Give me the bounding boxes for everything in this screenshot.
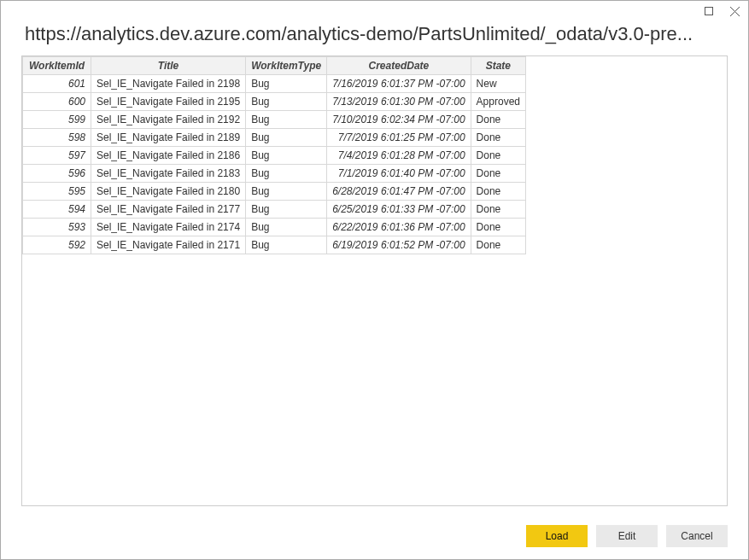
cell-workitemid: 600 — [23, 93, 91, 111]
cell-workitemtype: Bug — [246, 111, 327, 129]
table-row[interactable]: 594Sel_IE_Navigate Failed in 2177Bug6/25… — [23, 201, 526, 219]
cell-workitemid: 596 — [23, 165, 91, 183]
cell-workitemid: 598 — [23, 129, 91, 147]
cell-state: Done — [471, 111, 525, 129]
titlebar — [1, 1, 748, 21]
cell-state: New — [471, 75, 525, 93]
cell-workitemtype: Bug — [246, 129, 327, 147]
cell-createddate: 6/28/2019 6:01:47 PM -07:00 — [327, 183, 471, 201]
close-icon[interactable] — [729, 6, 740, 16]
cell-workitemid: 594 — [23, 201, 91, 219]
col-header-workitemtype[interactable]: WorkItemType — [246, 57, 327, 75]
cell-state: Done — [471, 129, 525, 147]
cell-title: Sel_IE_Navigate Failed in 2195 — [91, 93, 246, 111]
cell-title: Sel_IE_Navigate Failed in 2177 — [91, 201, 246, 219]
cell-title: Sel_IE_Navigate Failed in 2189 — [91, 129, 246, 147]
table-row[interactable]: 597Sel_IE_Navigate Failed in 2186Bug7/4/… — [23, 147, 526, 165]
table-row[interactable]: 593Sel_IE_Navigate Failed in 2174Bug6/22… — [23, 219, 526, 236]
cell-createddate: 6/19/2019 6:01:52 PM -07:00 — [327, 236, 471, 254]
cell-state: Done — [471, 219, 525, 236]
preview-frame: WorkItemId Title WorkItemType CreatedDat… — [21, 55, 728, 506]
cell-workitemid: 595 — [23, 183, 91, 201]
cell-title: Sel_IE_Navigate Failed in 2183 — [91, 165, 246, 183]
cell-title: Sel_IE_Navigate Failed in 2198 — [91, 75, 246, 93]
table-row[interactable]: 595Sel_IE_Navigate Failed in 2180Bug6/28… — [23, 183, 526, 201]
cell-workitemid: 597 — [23, 147, 91, 165]
cell-state: Done — [471, 236, 525, 254]
col-header-createddate[interactable]: CreatedDate — [327, 57, 471, 75]
table-row[interactable]: 598Sel_IE_Navigate Failed in 2189Bug7/7/… — [23, 129, 526, 147]
cell-workitemtype: Bug — [246, 93, 327, 111]
cell-createddate: 6/25/2019 6:01:33 PM -07:00 — [327, 201, 471, 219]
table-row[interactable]: 599Sel_IE_Navigate Failed in 2192Bug7/10… — [23, 111, 526, 129]
load-button[interactable]: Load — [526, 525, 588, 547]
data-table: WorkItemId Title WorkItemType CreatedDat… — [22, 56, 526, 254]
cell-workitemtype: Bug — [246, 219, 327, 236]
cell-title: Sel_IE_Navigate Failed in 2174 — [91, 219, 246, 236]
cell-title: Sel_IE_Navigate Failed in 2192 — [91, 111, 246, 129]
cell-state: Done — [471, 165, 525, 183]
svg-rect-0 — [705, 8, 713, 15]
cell-title: Sel_IE_Navigate Failed in 2180 — [91, 183, 246, 201]
cell-workitemtype: Bug — [246, 201, 327, 219]
table-row[interactable]: 600Sel_IE_Navigate Failed in 2195Bug7/13… — [23, 93, 526, 111]
cell-state: Done — [471, 183, 525, 201]
cell-workitemtype: Bug — [246, 183, 327, 201]
cell-createddate: 7/16/2019 6:01:37 PM -07:00 — [327, 75, 471, 93]
cell-createddate: 7/1/2019 6:01:40 PM -07:00 — [327, 165, 471, 183]
cell-workitemtype: Bug — [246, 75, 327, 93]
cell-createddate: 7/13/2019 6:01:30 PM -07:00 — [327, 93, 471, 111]
cell-createddate: 7/10/2019 6:02:34 PM -07:00 — [327, 111, 471, 129]
maximize-icon[interactable] — [704, 6, 714, 16]
cell-title: Sel_IE_Navigate Failed in 2186 — [91, 147, 246, 165]
cell-workitemid: 592 — [23, 236, 91, 254]
cell-state: Approved — [471, 93, 525, 111]
cell-state: Done — [471, 201, 525, 219]
table-row[interactable]: 592Sel_IE_Navigate Failed in 2171Bug6/19… — [23, 236, 526, 254]
cell-workitemtype: Bug — [246, 165, 327, 183]
cell-createddate: 6/22/2019 6:01:36 PM -07:00 — [327, 219, 471, 236]
button-bar: Load Edit Cancel — [526, 525, 728, 547]
cell-createddate: 7/7/2019 6:01:25 PM -07:00 — [327, 129, 471, 147]
col-header-title[interactable]: Title — [91, 57, 246, 75]
cell-title: Sel_IE_Navigate Failed in 2171 — [91, 236, 246, 254]
cell-workitemtype: Bug — [246, 147, 327, 165]
table-row[interactable]: 601Sel_IE_Navigate Failed in 2198Bug7/16… — [23, 75, 526, 93]
cell-workitemid: 593 — [23, 219, 91, 236]
cell-workitemid: 601 — [23, 75, 91, 93]
col-header-state[interactable]: State — [471, 57, 525, 75]
cancel-button[interactable]: Cancel — [666, 525, 728, 547]
cell-state: Done — [471, 147, 525, 165]
cell-workitemtype: Bug — [246, 236, 327, 254]
table-row[interactable]: 596Sel_IE_Navigate Failed in 2183Bug7/1/… — [23, 165, 526, 183]
table-header-row: WorkItemId Title WorkItemType CreatedDat… — [23, 57, 526, 75]
edit-button[interactable]: Edit — [596, 525, 658, 547]
url-heading: https://analytics.dev.azure.com/analytic… — [1, 21, 748, 55]
table-body: 601Sel_IE_Navigate Failed in 2198Bug7/16… — [23, 75, 526, 254]
cell-workitemid: 599 — [23, 111, 91, 129]
col-header-workitemid[interactable]: WorkItemId — [23, 57, 91, 75]
cell-createddate: 7/4/2019 6:01:28 PM -07:00 — [327, 147, 471, 165]
